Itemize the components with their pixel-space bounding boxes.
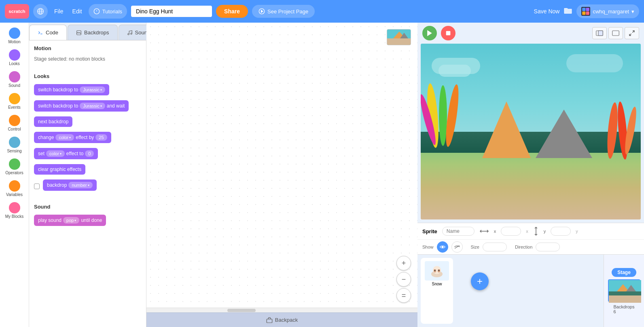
stage-controls xyxy=(417,23,644,44)
block-change-effect[interactable]: change color ▾ effect by 25 xyxy=(34,132,141,146)
svg-line-32 xyxy=(629,34,631,36)
color-dropdown-2[interactable]: color ▾ xyxy=(46,150,65,157)
zoom-out-button[interactable]: − xyxy=(396,272,411,287)
variables-dot xyxy=(9,180,20,192)
block-next-backdrop[interactable]: next backdrop xyxy=(34,116,141,129)
user-button[interactable]: cwhq_margaret ▾ xyxy=(576,4,639,18)
motion-dot xyxy=(9,27,20,39)
category-looks[interactable]: Looks xyxy=(2,48,28,68)
svg-point-37 xyxy=(606,102,619,159)
svg-rect-52 xyxy=(609,291,641,295)
stage-small-layout-button[interactable] xyxy=(592,27,607,39)
dropdown-arrow: ▾ xyxy=(100,88,102,92)
svg-rect-16 xyxy=(586,12,589,15)
block-backdrop-number[interactable]: backdrop number ▾ xyxy=(34,179,141,193)
zoom-in-button[interactable]: + xyxy=(396,256,411,270)
file-menu[interactable]: File xyxy=(52,6,66,16)
edit-menu[interactable]: Edit xyxy=(70,6,85,16)
folder-button[interactable] xyxy=(564,7,572,16)
operators-dot xyxy=(9,158,20,170)
svg-point-34 xyxy=(439,85,447,146)
motion-note: Stage selected: no motion blocks xyxy=(34,56,141,62)
x-label: x xyxy=(494,229,496,234)
sensing-dot xyxy=(9,137,20,148)
tab-backdrops[interactable]: Backdrops xyxy=(68,25,117,40)
volcano-left xyxy=(482,101,531,158)
svg-rect-14 xyxy=(586,8,589,11)
stage-tab-button[interactable]: Stage xyxy=(612,268,636,277)
myblocks-dot xyxy=(9,202,20,213)
scrollbar-thumb[interactable] xyxy=(227,309,256,312)
project-title-input[interactable] xyxy=(131,6,212,17)
stage-medium-layout-button[interactable] xyxy=(608,27,623,39)
backdrop-dropdown-2[interactable]: Jurassic ▾ xyxy=(80,103,105,109)
sprite-name-input[interactable] xyxy=(442,227,475,236)
tab-code-label: Code xyxy=(46,30,58,36)
sound-dropdown[interactable]: pop ▾ xyxy=(63,217,79,224)
stage-fullscreen-button[interactable] xyxy=(625,27,639,39)
stop-button[interactable] xyxy=(441,26,455,40)
effect-by-val[interactable]: 25 xyxy=(95,134,107,141)
svg-rect-30 xyxy=(612,31,619,36)
block-switch-backdrop-wait[interactable]: switch backdrop to Jurassic ▾ and wait xyxy=(34,100,141,114)
backpack-bar[interactable]: Backpack xyxy=(146,312,417,327)
svg-point-42 xyxy=(442,246,443,248)
block-set-effect[interactable]: set color ▾ effect to 0 xyxy=(34,148,141,162)
see-project-button[interactable]: See Project Page xyxy=(252,5,315,18)
show-visible-button[interactable] xyxy=(437,241,448,253)
color-dropdown-1[interactable]: color ▾ xyxy=(55,134,74,141)
y-spacer: y xyxy=(576,229,578,234)
sprite-snow-thumb xyxy=(425,261,449,281)
category-sound[interactable]: Sound xyxy=(2,70,28,90)
backdrops-count-label: Backdrops 6 xyxy=(614,304,635,314)
category-sensing[interactable]: Sensing xyxy=(2,135,28,155)
size-input[interactable] xyxy=(483,243,507,251)
category-events[interactable]: Events xyxy=(2,91,28,112)
sprite-x-input[interactable] xyxy=(501,227,521,236)
show-hidden-button[interactable] xyxy=(451,241,463,253)
category-control[interactable]: Control xyxy=(2,113,28,133)
category-motion[interactable]: Motion xyxy=(2,26,28,46)
tab-backdrops-label: Backdrops xyxy=(84,30,109,36)
svg-rect-13 xyxy=(583,8,586,11)
category-variables[interactable]: Variables xyxy=(2,179,28,199)
direction-input[interactable] xyxy=(536,243,560,251)
stage-layout-controls xyxy=(592,27,639,39)
effect-to-val[interactable]: 0 xyxy=(85,150,94,157)
backdrop-checkbox[interactable] xyxy=(34,184,40,189)
backpack-label: Backpack xyxy=(275,317,298,323)
stage-panel: Sprite x x y y Show Size Direction xyxy=(417,23,644,327)
motion-section-title: Motion xyxy=(34,44,141,53)
category-sound-label: Sound xyxy=(8,83,20,88)
green-flag-button[interactable] xyxy=(422,26,437,40)
tutorials-label: Tutorials xyxy=(102,8,122,15)
username-label: cwhq_margaret xyxy=(593,8,629,15)
stage-card[interactable]: Stage Backdrops 6 xyxy=(604,255,644,327)
script-area: + − = Backpack xyxy=(146,23,417,327)
sprite-y-input[interactable] xyxy=(551,227,571,236)
horizontal-scrollbar[interactable] xyxy=(146,308,417,312)
share-button[interactable]: Share xyxy=(216,5,248,18)
block-clear-effects[interactable]: clear graphic effects xyxy=(34,164,141,177)
globe-button[interactable] xyxy=(33,4,48,19)
add-sprite-area: + xyxy=(456,258,489,290)
zoom-reset-button[interactable]: = xyxy=(396,288,411,303)
category-operators[interactable]: Operators xyxy=(2,157,28,177)
category-myblocks[interactable]: My Blocks xyxy=(2,200,28,221)
svg-marker-11 xyxy=(261,10,263,12)
svg-rect-27 xyxy=(446,31,451,36)
sprite-card-snow[interactable]: Snow xyxy=(421,258,453,324)
block-play-sound[interactable]: play sound pop ▾ until done xyxy=(34,215,141,228)
tutorials-icon[interactable]: Tutorials xyxy=(89,4,127,19)
backdrop-dropdown-1[interactable]: Jurassic ▾ xyxy=(80,86,105,93)
tab-code[interactable]: Code xyxy=(29,25,67,40)
control-dot xyxy=(9,115,20,126)
block-switch-backdrop[interactable]: switch backdrop to Jurassic ▾ xyxy=(34,84,141,98)
backdrop-number-dropdown[interactable]: number ▾ xyxy=(68,182,92,188)
add-sprite-button[interactable]: + xyxy=(471,272,489,290)
save-now-button[interactable]: Save Now xyxy=(534,8,560,15)
stage-canvas xyxy=(421,44,641,219)
y-arrows-icon xyxy=(533,226,539,236)
scratch-logo[interactable]: scratch xyxy=(5,4,29,19)
looks-dot xyxy=(9,49,20,61)
